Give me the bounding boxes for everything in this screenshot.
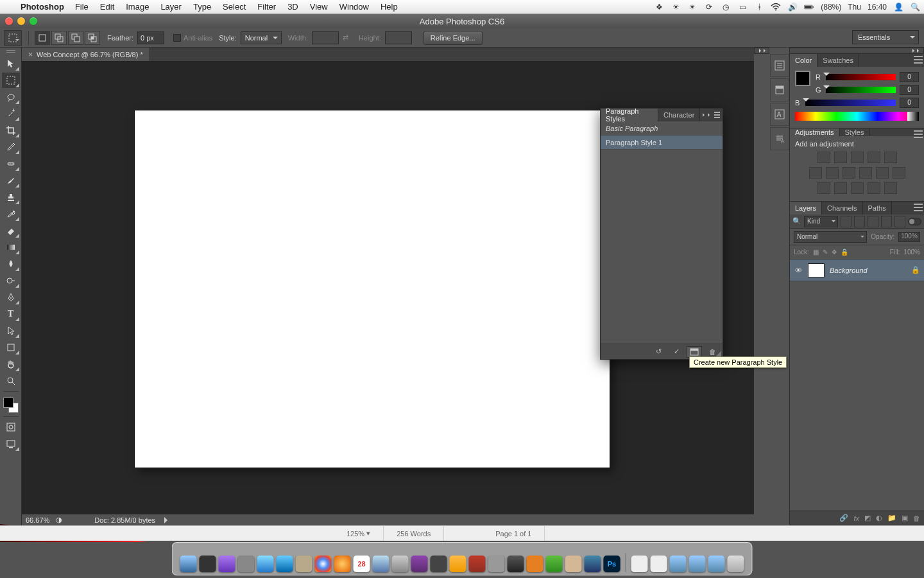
dock-folder-icon[interactable]: [670, 556, 687, 572]
dock-app-icon[interactable]: [488, 556, 505, 572]
lock-paint-icon[interactable]: ✎: [823, 249, 828, 256]
pen-tool-icon[interactable]: [2, 290, 20, 305]
panels-collapse-chevrons[interactable]: [789, 48, 924, 54]
panel-expand-chevrons[interactable]: [700, 109, 714, 121]
shape-tool-icon[interactable]: [2, 340, 20, 355]
window-close-button[interactable]: [5, 17, 13, 25]
b-value[interactable]: 0: [900, 98, 919, 108]
selective-icon[interactable]: [884, 182, 897, 194]
tab-swatches[interactable]: Swatches: [817, 54, 859, 67]
lasso-tool-icon[interactable]: [2, 89, 20, 105]
window-minimize-button[interactable]: [17, 17, 25, 25]
lock-pos-icon[interactable]: ✥: [832, 249, 837, 256]
menu-help[interactable]: Help: [375, 2, 404, 12]
path-select-tool-icon[interactable]: [2, 323, 20, 338]
crop-tool-icon[interactable]: [2, 123, 20, 138]
tab-character-styles[interactable]: Character: [658, 109, 700, 121]
group-icon[interactable]: 📁: [887, 514, 896, 522]
posterize-icon[interactable]: [834, 182, 847, 194]
r-value[interactable]: 0: [900, 72, 919, 82]
filter-kind-select[interactable]: Kind: [804, 216, 838, 227]
dock-app-icon[interactable]: [508, 556, 524, 572]
panel-menu-icon[interactable]: [914, 204, 923, 211]
reset-style-icon[interactable]: ↺: [651, 346, 666, 358]
refine-edge-button[interactable]: Refine Edge...: [424, 31, 483, 45]
dock-chrome-icon[interactable]: [315, 556, 332, 572]
adjustment-layer-icon[interactable]: ◐: [876, 514, 882, 522]
filter-smart-icon[interactable]: [894, 216, 905, 227]
move-tool-icon[interactable]: [2, 56, 20, 71]
filter-type-icon[interactable]: [868, 216, 878, 227]
history-panel-icon[interactable]: [770, 54, 789, 77]
stamp-tool-icon[interactable]: [2, 189, 20, 205]
sync-icon[interactable]: ⟳: [704, 3, 714, 12]
panel-menu-icon[interactable]: [714, 109, 723, 121]
script-icon[interactable]: ✴: [687, 3, 697, 12]
dock-app-icon[interactable]: [565, 556, 582, 572]
dock-app-icon[interactable]: [200, 556, 216, 572]
current-tool-preset[interactable]: [4, 30, 22, 46]
exposure-icon[interactable]: [868, 152, 880, 163]
color-swatches[interactable]: [2, 396, 20, 414]
clear-override-icon[interactable]: ✓: [669, 346, 684, 358]
dock-folder-icon[interactable]: [708, 556, 725, 572]
b-slider[interactable]: [805, 100, 896, 106]
dock-app-icon[interactable]: [546, 556, 563, 572]
dock-trash-icon[interactable]: [728, 556, 744, 572]
lookup-icon[interactable]: [893, 167, 905, 179]
dropbox-icon[interactable]: ❖: [654, 3, 664, 12]
dock-photoshop-icon[interactable]: Ps: [604, 556, 620, 572]
dock-app-icon[interactable]: [527, 556, 543, 572]
hand-tool-icon[interactable]: [2, 356, 20, 372]
blur-tool-icon[interactable]: [2, 256, 20, 272]
menu-layer[interactable]: Layer: [155, 2, 187, 12]
user-icon[interactable]: 👤: [893, 3, 903, 12]
menu-image[interactable]: Image: [120, 2, 155, 12]
brightness-icon[interactable]: [817, 152, 830, 163]
dock-app-icon[interactable]: [469, 556, 486, 572]
tools-grip[interactable]: [4, 50, 17, 53]
curves-icon[interactable]: [851, 152, 864, 163]
menu-3d[interactable]: 3D: [282, 2, 304, 12]
properties-panel-icon[interactable]: [770, 78, 789, 101]
zoom-tool-icon[interactable]: [2, 373, 20, 389]
marquee-tool-icon[interactable]: [2, 73, 20, 88]
tab-paragraph-styles[interactable]: Paragraph Styles: [601, 109, 658, 121]
heal-tool-icon[interactable]: [2, 156, 20, 171]
quickmask-icon[interactable]: [2, 419, 20, 435]
eraser-tool-icon[interactable]: [2, 223, 20, 238]
layer-name[interactable]: Background: [830, 267, 868, 274]
timemachine-icon[interactable]: ◷: [721, 3, 731, 12]
type-tool-icon[interactable]: T: [2, 306, 20, 322]
fx-icon[interactable]: fx: [853, 514, 859, 522]
panel-menu-icon[interactable]: [914, 56, 923, 64]
new-selection-icon[interactable]: [35, 31, 50, 45]
fill-value[interactable]: 100%: [903, 249, 920, 256]
menu-file[interactable]: File: [69, 2, 94, 12]
window-titlebar[interactable]: Adobe Photoshop CS6: [0, 14, 924, 28]
document-tab[interactable]: × Web Concept @ 66.7% (RGB/8) *: [22, 48, 150, 61]
r-slider[interactable]: [826, 74, 896, 80]
tab-paths[interactable]: Paths: [863, 202, 892, 215]
blend-mode-select[interactable]: Normal: [794, 231, 867, 243]
sun-icon[interactable]: ☀: [671, 3, 681, 12]
channel-mixer-icon[interactable]: [876, 167, 889, 179]
dock-app-icon[interactable]: [450, 556, 466, 572]
balance-icon[interactable]: [826, 167, 839, 179]
app-menu[interactable]: Photoshop: [15, 2, 69, 12]
display-icon[interactable]: ▭: [737, 3, 748, 12]
dock-app-icon[interactable]: [238, 556, 255, 572]
mask-icon[interactable]: ◩: [864, 514, 871, 522]
document-canvas[interactable]: [135, 110, 610, 468]
menu-filter[interactable]: Filter: [252, 2, 282, 12]
paragraph-panel-icon[interactable]: A: [770, 127, 789, 150]
trash-icon[interactable]: 🗑: [913, 514, 920, 522]
bluetooth-icon[interactable]: ᚼ: [754, 3, 764, 12]
style-row[interactable]: Paragraph Style 1: [601, 136, 723, 150]
dock-safari-icon[interactable]: [277, 556, 293, 572]
spotlight-icon[interactable]: 🔍: [910, 3, 920, 12]
tab-channels[interactable]: Channels: [822, 202, 862, 215]
window-zoom-button[interactable]: [30, 17, 37, 25]
g-slider[interactable]: [826, 87, 896, 93]
gradientmap-icon[interactable]: [868, 182, 880, 194]
